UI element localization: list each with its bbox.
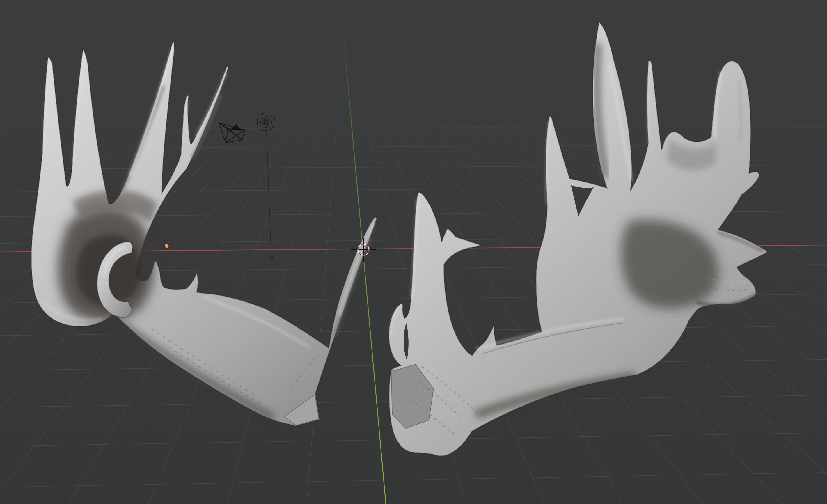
blender-3d-viewport[interactable] <box>0 0 827 504</box>
object-origin-point <box>164 244 169 248</box>
3d-viewport-canvas[interactable] <box>0 0 827 504</box>
